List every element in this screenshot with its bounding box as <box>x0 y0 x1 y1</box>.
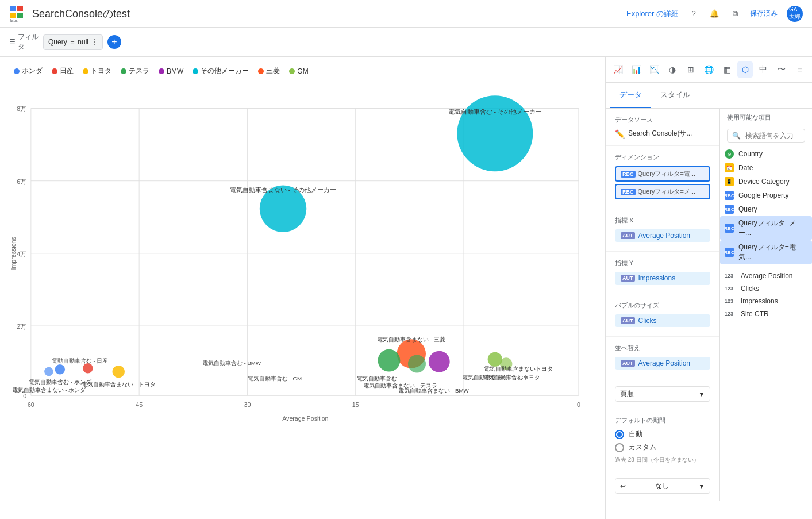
impressions-icon: 123 <box>725 298 736 304</box>
help-icon[interactable]: ? <box>688 8 699 20</box>
bubble-toyota[interactable] <box>113 366 125 378</box>
metric-y-prefix: AUT <box>621 275 635 282</box>
bubble-chart[interactable]: 8万 6万 4万 2万 0 60 45 <box>5 80 601 516</box>
chart-type-geo[interactable]: 🌐 <box>701 61 717 78</box>
available-item-clicks[interactable]: 123 Clicks <box>720 282 812 295</box>
bubble-size-field[interactable]: AUT Clicks <box>615 314 710 327</box>
filter-chip-label: Query ＝ null <box>48 37 88 47</box>
radio-custom[interactable]: カスタム <box>615 443 710 452</box>
site-ctr-icon: 123 <box>725 311 736 317</box>
data-source-row[interactable]: ✏️ Search Console(サ... <box>615 129 710 139</box>
tab-style[interactable]: スタイル <box>651 83 699 108</box>
available-item-impressions[interactable]: 123 Impressions <box>720 295 812 307</box>
pagination-dropdown[interactable]: 頁順 ▼ <box>615 386 710 402</box>
chart-type-bullet[interactable]: ≡ <box>792 61 808 78</box>
chart-type-scorecard[interactable]: ▦ <box>719 61 735 78</box>
legend-label-honda: ホンダ <box>22 66 43 76</box>
period-note: 過去 28 日間（今日を含まない） <box>615 456 710 464</box>
bubble-other-yes[interactable] <box>457 95 533 171</box>
bubble-chart-container: 8万 6万 4万 2万 0 60 45 <box>5 80 601 516</box>
bubble-bmw[interactable] <box>429 351 450 372</box>
query-icon: RBC <box>725 205 734 214</box>
save-button[interactable]: 保存済み <box>750 9 778 18</box>
radio-inner-auto <box>617 432 622 437</box>
available-item-query-label: Query <box>738 205 757 213</box>
na-label: なし <box>655 481 669 491</box>
bubble-size-prefix: AUT <box>621 317 635 324</box>
bubble-tesla-yes[interactable] <box>408 355 426 372</box>
app-title: SearchConsoleのtest <box>32 7 130 21</box>
bubble-size-section: バブルのサイズ AUT Clicks <box>606 294 719 337</box>
svg-text:電気自動車含む - BMW: 電気自動車含む - BMW <box>202 360 261 366</box>
svg-text:8万: 8万 <box>17 105 26 112</box>
metric-y-field[interactable]: AUT Impressions <box>615 272 710 285</box>
search-field[interactable]: 🔍 <box>727 129 805 143</box>
dimension-chip-2[interactable]: RBC Queryフィルタ=メ... <box>615 184 710 199</box>
sort-field[interactable]: AUT Average Position <box>615 357 710 370</box>
default-period-section: デフォルトの期間 自動 カスタム 過去 28 日間（今日を含まない） <box>606 409 719 471</box>
svg-text:電気自動車含まない - その他メーカー: 電気自動車含まない - その他メーカー <box>230 186 336 193</box>
explorer-link[interactable]: Explorer の詳細 <box>626 9 679 19</box>
legend-item-honda: ホンダ <box>14 66 43 76</box>
available-item-avg-pos[interactable]: 123 Average Position <box>720 270 812 282</box>
filter-toggle[interactable]: ☰ フィルタ <box>9 32 39 52</box>
svg-text:60: 60 <box>28 401 34 408</box>
radio-auto[interactable]: 自動 <box>615 429 710 439</box>
bubble-honda-no[interactable] <box>44 367 53 376</box>
available-item-query-filter-me[interactable]: RBC Queryフィルタ=メー... <box>720 216 812 240</box>
available-item-query[interactable]: RBC Query <box>720 202 812 216</box>
copy-icon[interactable]: ⧉ <box>729 8 741 20</box>
dimension-section: ディメンション RBC Queryフィルタ=電... RBC Queryフィルタ… <box>606 146 719 209</box>
legend-item-tesla: テスラ <box>121 66 149 76</box>
add-filter-button[interactable]: + <box>107 35 121 49</box>
radio-custom-label: カスタム <box>629 443 656 452</box>
na-dropdown[interactable]: ↩ なし ▼ <box>615 478 710 494</box>
svg-text:45: 45 <box>136 401 143 408</box>
search-input[interactable] <box>745 132 800 140</box>
country-icon: ⊙ <box>725 149 734 159</box>
legend-dot-honda <box>14 68 20 74</box>
available-item-device[interactable]: 📱 Device Category <box>720 175 812 189</box>
chart-type-area[interactable]: 📉 <box>646 61 663 78</box>
chip-prefix-1: RBC <box>621 171 636 178</box>
svg-text:15: 15 <box>352 401 359 408</box>
metric-y-title: 指標 Y <box>615 259 710 267</box>
chart-type-sparkline[interactable]: 〜 <box>773 61 790 78</box>
metric-x-prefix: AUT <box>621 232 635 239</box>
bubble-honda-yes[interactable] <box>55 364 65 374</box>
tab-data[interactable]: データ <box>610 83 651 108</box>
radio-auto-label: 自動 <box>629 429 642 439</box>
chart-type-medium[interactable]: 中 <box>755 61 771 78</box>
available-item-query-filter-el[interactable]: RBC Queryフィルタ=電気... <box>720 240 812 264</box>
device-icon: 📱 <box>725 177 734 186</box>
available-item-site-ctr[interactable]: 123 Site CTR <box>720 307 812 320</box>
available-item-google-property[interactable]: RBC Google Property <box>720 189 812 202</box>
dimension-chip-2-label: Queryフィルタ=メ... <box>638 187 696 196</box>
svg-text:電動自動車含む - 日産: 電動自動車含む - 日産 <box>52 357 109 364</box>
bubble-nissan[interactable] <box>83 363 93 373</box>
available-item-date-label: Date <box>738 164 753 172</box>
chart-type-pie[interactable]: ◑ <box>665 61 681 78</box>
legend-dot-toyota <box>83 68 88 74</box>
svg-text:電気自動車含む - GM: 電気自動車含む - GM <box>248 375 302 382</box>
chart-type-bar[interactable]: 📊 <box>629 61 645 78</box>
filter-chip[interactable]: Query ＝ null ⋮ <box>43 34 103 50</box>
available-item-date[interactable]: 📅 Date <box>720 161 812 175</box>
chart-type-table[interactable]: ⊞ <box>683 61 699 78</box>
edit-icon: ✏️ <box>615 129 625 139</box>
panel-left: データソース ✏️ Search Console(サ... ディメンション RB… <box>606 109 720 501</box>
data-source-value: Search Console(サ... <box>628 129 692 139</box>
bubble-tesla-no[interactable] <box>378 349 401 372</box>
available-item-country[interactable]: ⊙ Country <box>720 147 812 161</box>
avatar[interactable]: GA太郎 <box>787 6 803 22</box>
chart-type-line[interactable]: 📈 <box>610 61 626 78</box>
pagination-section: 頁順 ▼ <box>606 379 719 409</box>
legend-item-bmw: BMW <box>159 67 183 75</box>
dimension-chip-1[interactable]: RBC Queryフィルタ=電... <box>615 166 710 182</box>
notification-icon[interactable]: 🔔 <box>709 8 720 20</box>
metric-x-field[interactable]: AUT Average Position <box>615 229 710 242</box>
sort-prefix: AUT <box>621 360 635 367</box>
chart-type-scatter[interactable]: ⬡ <box>737 61 753 78</box>
legend-label-mitsubishi: 三菱 <box>266 66 280 76</box>
legend-item-mitsubishi: 三菱 <box>258 66 280 76</box>
